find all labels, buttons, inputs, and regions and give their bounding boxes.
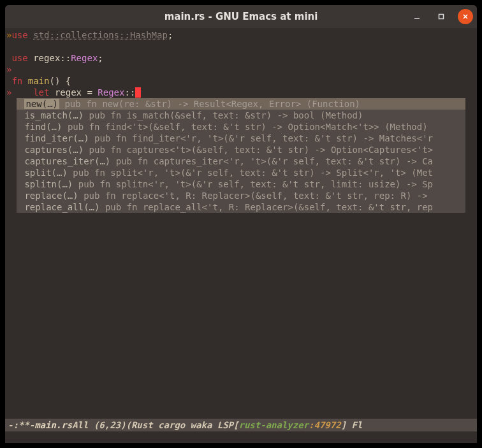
- modeline[interactable]: -:**- main.rs All (6,23) (Rust cargo wak…: [5, 419, 477, 431]
- window-controls: [409, 9, 473, 24]
- buffer-position: All (6,23): [72, 420, 126, 430]
- minimize-icon: [413, 13, 421, 20]
- completion-item[interactable]: captures_iter(…) pub fn captures_iter<'r…: [17, 155, 465, 167]
- completion-item[interactable]: replace(…) pub fn replace<'t, R: Replace…: [17, 190, 465, 201]
- completion-popup[interactable]: new(…) pub fn new(re: &str) -> Result<Re…: [17, 98, 465, 213]
- mode-indicators: (Rust cargo waka LSP[rust-analyzer:47972…: [126, 420, 362, 430]
- completion-item[interactable]: new(…) pub fn new(re: &str) -> Result<Re…: [17, 98, 465, 110]
- titlebar[interactable]: main.rs - GNU Emacs at mini: [5, 5, 477, 28]
- buffer-filename: main.rs: [34, 420, 72, 430]
- window-title: main.rs - GNU Emacs at mini: [5, 11, 477, 22]
- code-line: use regex::Regex;: [5, 52, 477, 64]
- completion-item[interactable]: find(…) pub fn find<'t>(&self, text: &'t…: [17, 121, 465, 133]
- maximize-icon: [437, 13, 445, 20]
- close-button[interactable]: [458, 9, 473, 24]
- buffer-status: -:**-: [8, 420, 34, 430]
- editor-area[interactable]: »use std::collections::HashMap; use rege…: [5, 28, 477, 419]
- code-line: »: [5, 64, 477, 75]
- emacs-window: main.rs - GNU Emacs at mini »use std::co…: [5, 5, 477, 443]
- close-icon: [462, 13, 469, 20]
- completion-item[interactable]: captures(…) pub fn captures<'t>(&self, t…: [17, 144, 465, 155]
- svg-rect-1: [439, 15, 444, 19]
- completion-item[interactable]: splitn(…) pub fn splitn<'r, 't>(&'r self…: [17, 178, 465, 190]
- minimize-button[interactable]: [409, 9, 425, 24]
- cursor: _: [135, 87, 140, 98]
- code-line: » let regex = Regex::_: [5, 87, 477, 98]
- code-line: »use std::collections::HashMap;: [5, 29, 477, 41]
- completion-item[interactable]: replace_all(…) pub fn replace_all<'t, R:…: [17, 201, 465, 213]
- code-line: [5, 41, 477, 52]
- completion-item[interactable]: split(…) pub fn split<'r, 't>(&'r self, …: [17, 167, 465, 178]
- code-line: fn main() {: [5, 75, 477, 87]
- minibuffer[interactable]: [5, 431, 477, 443]
- maximize-button[interactable]: [434, 9, 449, 24]
- completion-item[interactable]: find_iter(…) pub fn find_iter<'r, 't>(&'…: [17, 133, 465, 144]
- completion-item[interactable]: is_match(…) pub fn is_match(&self, text:…: [17, 110, 465, 121]
